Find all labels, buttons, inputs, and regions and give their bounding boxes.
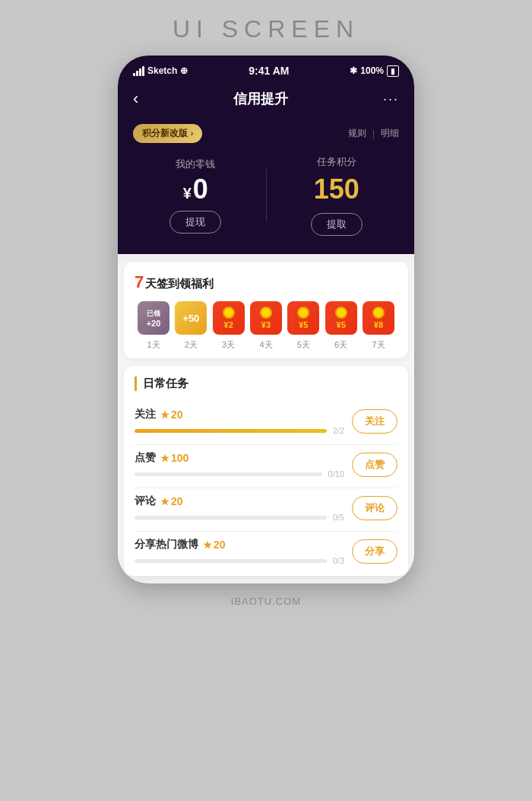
task-like-progress-text: 0/10 xyxy=(328,469,344,478)
more-button[interactable]: ··· xyxy=(383,91,399,107)
task-comment-name-row: 评论 ★20 xyxy=(135,494,344,508)
task-like-progress-row: 0/10 xyxy=(135,469,344,478)
ui-screen-label: UI SCREEN xyxy=(173,15,359,43)
points-banner-row: 积分新改版 › 规则 | 明细 xyxy=(118,119,414,143)
follow-button[interactable]: 关注 xyxy=(352,409,397,434)
task-share-progress-bg xyxy=(135,559,327,563)
checkin-day-6[interactable]: ¥5 6天 xyxy=(325,301,357,351)
rule-divider: | xyxy=(372,129,375,139)
coin-icon-6 xyxy=(335,307,347,319)
status-left: Sketch ⊕ xyxy=(133,65,188,76)
coin-icon-7 xyxy=(372,307,385,319)
star-icon-share: ★ xyxy=(203,539,212,551)
task-like: 点赞 ★100 0/10 点赞 xyxy=(135,445,397,488)
task-like-progress-bg xyxy=(135,472,322,476)
coin-icon-4 xyxy=(260,307,272,319)
task-share-progress-text: 0/3 xyxy=(333,556,344,565)
detail-link[interactable]: 明细 xyxy=(381,127,399,140)
task-share-name: 分享热门微博 xyxy=(135,538,198,551)
task-follow-name-row: 关注 ★20 xyxy=(135,408,344,421)
checkin-day-1[interactable]: 已领 +20 1天 xyxy=(138,301,169,351)
checkin-day-4[interactable]: ¥3 4天 xyxy=(250,301,282,351)
task-follow-progress-row: 2/2 xyxy=(135,426,344,435)
task-follow-left: 关注 ★20 2/2 xyxy=(135,408,344,435)
battery-icon: ▮ xyxy=(387,65,399,77)
day-7-label: 7天 xyxy=(372,339,385,351)
bottom-label: IBAOTU.COM xyxy=(231,596,301,607)
task-comment-progress-row: 0/5 xyxy=(135,513,344,522)
task-share-left: 分享热门微博 ★20 0/3 xyxy=(135,538,344,565)
status-bar: Sketch ⊕ 9:41 AM ✱ 100% ▮ xyxy=(118,56,414,83)
comment-button[interactable]: 评论 xyxy=(352,496,397,520)
my-change-label: 我的零钱 xyxy=(176,157,215,171)
day-badge-red-6: ¥5 xyxy=(325,301,357,335)
task-comment-progress-bg xyxy=(135,516,327,520)
task-follow-progress-text: 2/2 xyxy=(333,426,344,435)
task-follow-progress-bg xyxy=(135,429,327,433)
day-badge-claimed: 已领 +20 xyxy=(138,301,169,335)
task-follow: 关注 ★20 2/2 关注 xyxy=(135,402,397,445)
task-follow-points: ★20 xyxy=(160,408,183,421)
task-share-progress-row: 0/3 xyxy=(135,556,344,565)
tasks-section-title: 日常任务 xyxy=(135,377,397,391)
checkin-day-2[interactable]: +50 2天 xyxy=(175,301,207,351)
day-badge-red-4: ¥3 xyxy=(250,301,282,335)
rules-row: 规则 | 明细 xyxy=(348,127,399,140)
redeem-button[interactable]: 提取 xyxy=(311,213,363,236)
checkin-day-3[interactable]: ¥2 3天 xyxy=(213,301,245,351)
coin-icon-5 xyxy=(297,307,309,319)
badge-chevron-icon: › xyxy=(191,129,193,138)
checkin-day-7[interactable]: ¥8 7天 xyxy=(363,301,394,351)
day-6-label: 6天 xyxy=(334,339,347,351)
day-1-label: 1天 xyxy=(147,339,160,351)
task-like-left: 点赞 ★100 0/10 xyxy=(135,451,344,478)
star-icon-comment: ★ xyxy=(160,496,169,507)
checkin-card: 7天签到领福利 已领 +20 1天 +50 xyxy=(124,262,408,358)
battery-label: 100% xyxy=(360,65,384,76)
task-share-name-row: 分享热门微博 ★20 xyxy=(135,538,344,551)
checkin-day-5[interactable]: ¥5 5天 xyxy=(287,301,319,351)
my-change-block: 我的零钱 ¥0 提现 xyxy=(133,157,258,234)
bluetooth-icon: ✱ xyxy=(350,65,357,76)
task-follow-name: 关注 xyxy=(135,408,156,421)
task-follow-progress-fill xyxy=(135,429,327,433)
phone-content: 7天签到领福利 已领 +20 1天 +50 xyxy=(118,262,414,576)
star-icon: ★ xyxy=(160,409,169,421)
balance-divider xyxy=(266,169,267,222)
task-share-points: ★20 xyxy=(203,539,226,551)
day-2-label: 2天 xyxy=(185,339,198,351)
task-comment-left: 评论 ★20 0/5 xyxy=(135,494,344,522)
star-icon-like: ★ xyxy=(160,453,169,464)
balance-section: 我的零钱 ¥0 提现 任务积分 150 提取 xyxy=(118,143,414,254)
checkin-title: 7天签到领福利 xyxy=(135,272,397,292)
daily-tasks-card: 日常任务 关注 ★20 xyxy=(124,366,408,576)
task-share: 分享热门微博 ★20 0/3 分享 xyxy=(135,532,397,565)
coin-icon xyxy=(223,307,235,319)
phone-frame: Sketch ⊕ 9:41 AM ✱ 100% ▮ ‹ 信用提升 ··· 积分新… xyxy=(118,56,414,583)
wifi-icon: ⊕ xyxy=(180,65,188,76)
task-like-points: ★100 xyxy=(160,452,188,464)
task-like-name: 点赞 xyxy=(135,451,156,465)
page-title: 信用提升 xyxy=(233,90,288,108)
share-button[interactable]: 分享 xyxy=(352,539,397,564)
signal-bars-icon xyxy=(133,66,144,76)
header: ‹ 信用提升 ··· xyxy=(118,83,414,119)
status-time: 9:41 AM xyxy=(249,65,289,77)
task-comment: 评论 ★20 0/5 评论 xyxy=(135,488,397,532)
currency-symbol: ¥ xyxy=(183,185,192,202)
like-button[interactable]: 点赞 xyxy=(352,453,397,477)
day-4-label: 4天 xyxy=(259,339,272,351)
my-change-amount: ¥0 xyxy=(183,176,208,203)
rule-link[interactable]: 规则 xyxy=(348,127,366,140)
task-points-amount: 150 xyxy=(314,173,359,205)
task-like-name-row: 点赞 ★100 xyxy=(135,451,344,465)
back-button[interactable]: ‹ xyxy=(133,89,138,109)
day-3-label: 3天 xyxy=(222,339,235,351)
carrier-label: Sketch xyxy=(147,65,177,76)
points-new-badge[interactable]: 积分新改版 › xyxy=(133,124,202,143)
day-badge-red-5: ¥5 xyxy=(287,301,319,335)
page-wrapper: UI SCREEN Sketch ⊕ 9:41 AM ✱ 100% ▮ xyxy=(0,0,532,801)
task-comment-points: ★20 xyxy=(160,495,183,507)
withdraw-button[interactable]: 提现 xyxy=(169,211,221,234)
task-points-block: 任务积分 150 提取 xyxy=(274,155,400,236)
